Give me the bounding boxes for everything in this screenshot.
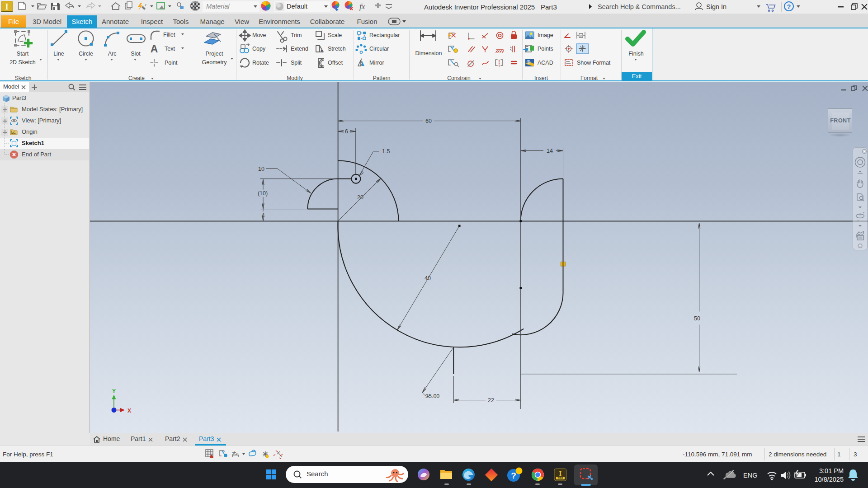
svg-text:(10): (10)	[258, 190, 268, 197]
svg-text:Y: Y	[112, 388, 116, 394]
svg-text:20: 20	[357, 194, 363, 201]
svg-text:x: x	[580, 34, 582, 38]
svg-text:PRO: PRO	[558, 477, 564, 479]
svg-text:60: 60	[425, 118, 432, 124]
svg-text:I: I	[559, 470, 562, 477]
svg-text:4: 4	[262, 212, 265, 219]
svg-text:14: 14	[547, 148, 553, 154]
svg-text:A: A	[151, 43, 158, 55]
svg-text:Default: Default	[287, 3, 307, 10]
svg-text:35.00: 35.00	[425, 393, 439, 399]
svg-text:1.5: 1.5	[382, 148, 390, 155]
svg-text:6: 6	[345, 128, 348, 135]
svg-text:Search Help & Commands...: Search Help & Commands...	[598, 3, 681, 10]
svg-text:40: 40	[425, 275, 431, 282]
svg-text:I: I	[5, 2, 8, 11]
svg-text:fx: fx	[359, 2, 365, 11]
svg-text:?: ?	[787, 3, 791, 10]
svg-text:50: 50	[694, 315, 700, 322]
svg-text:?: ?	[511, 471, 516, 480]
svg-text:10: 10	[258, 166, 264, 172]
svg-text:Sign In: Sign In	[706, 3, 726, 10]
svg-text:ENG: ENG	[743, 472, 757, 479]
svg-text:X: X	[127, 408, 131, 414]
svg-text:Material: Material	[206, 3, 230, 10]
svg-text:22: 22	[488, 397, 494, 404]
